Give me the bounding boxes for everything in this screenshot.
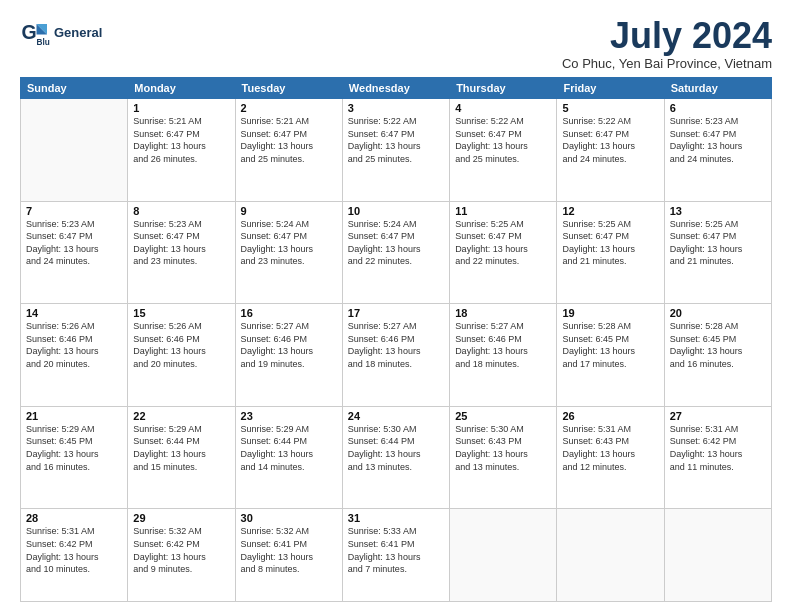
calendar-cell (557, 509, 664, 602)
day-info: Sunrise: 5:25 AM Sunset: 6:47 PM Dayligh… (455, 218, 551, 268)
calendar-cell: 21Sunrise: 5:29 AM Sunset: 6:45 PM Dayli… (21, 406, 128, 509)
calendar-cell: 23Sunrise: 5:29 AM Sunset: 6:44 PM Dayli… (235, 406, 342, 509)
day-number: 24 (348, 410, 444, 422)
calendar-cell: 31Sunrise: 5:33 AM Sunset: 6:41 PM Dayli… (342, 509, 449, 602)
day-number: 29 (133, 512, 229, 524)
calendar-cell: 28Sunrise: 5:31 AM Sunset: 6:42 PM Dayli… (21, 509, 128, 602)
day-number: 2 (241, 102, 337, 114)
calendar-cell: 2Sunrise: 5:21 AM Sunset: 6:47 PM Daylig… (235, 99, 342, 202)
day-info: Sunrise: 5:24 AM Sunset: 6:47 PM Dayligh… (348, 218, 444, 268)
day-number: 10 (348, 205, 444, 217)
day-info: Sunrise: 5:23 AM Sunset: 6:47 PM Dayligh… (26, 218, 122, 268)
title-block: July 2024 Co Phuc, Yen Bai Province, Vie… (562, 18, 772, 71)
week-row-4: 21Sunrise: 5:29 AM Sunset: 6:45 PM Dayli… (21, 406, 772, 509)
calendar-cell: 16Sunrise: 5:27 AM Sunset: 6:46 PM Dayli… (235, 304, 342, 407)
day-info: Sunrise: 5:30 AM Sunset: 6:43 PM Dayligh… (455, 423, 551, 473)
col-thursday: Thursday (450, 78, 557, 99)
day-info: Sunrise: 5:31 AM Sunset: 6:42 PM Dayligh… (26, 525, 122, 575)
calendar-cell: 29Sunrise: 5:32 AM Sunset: 6:42 PM Dayli… (128, 509, 235, 602)
day-number: 3 (348, 102, 444, 114)
day-number: 31 (348, 512, 444, 524)
calendar-cell: 18Sunrise: 5:27 AM Sunset: 6:46 PM Dayli… (450, 304, 557, 407)
day-info: Sunrise: 5:33 AM Sunset: 6:41 PM Dayligh… (348, 525, 444, 575)
calendar-cell: 22Sunrise: 5:29 AM Sunset: 6:44 PM Dayli… (128, 406, 235, 509)
day-number: 14 (26, 307, 122, 319)
day-info: Sunrise: 5:24 AM Sunset: 6:47 PM Dayligh… (241, 218, 337, 268)
day-number: 5 (562, 102, 658, 114)
logo: G Blue General (20, 18, 102, 48)
calendar-header-row: Sunday Monday Tuesday Wednesday Thursday… (21, 78, 772, 99)
day-info: Sunrise: 5:29 AM Sunset: 6:44 PM Dayligh… (241, 423, 337, 473)
day-number: 4 (455, 102, 551, 114)
calendar-cell: 26Sunrise: 5:31 AM Sunset: 6:43 PM Dayli… (557, 406, 664, 509)
calendar-cell: 10Sunrise: 5:24 AM Sunset: 6:47 PM Dayli… (342, 201, 449, 304)
svg-text:Blue: Blue (37, 38, 51, 47)
location-subtitle: Co Phuc, Yen Bai Province, Vietnam (562, 56, 772, 71)
day-info: Sunrise: 5:29 AM Sunset: 6:44 PM Dayligh… (133, 423, 229, 473)
day-info: Sunrise: 5:31 AM Sunset: 6:42 PM Dayligh… (670, 423, 766, 473)
logo-line1: General (54, 26, 102, 40)
week-row-1: 1Sunrise: 5:21 AM Sunset: 6:47 PM Daylig… (21, 99, 772, 202)
day-number: 9 (241, 205, 337, 217)
day-info: Sunrise: 5:22 AM Sunset: 6:47 PM Dayligh… (455, 115, 551, 165)
calendar-cell: 3Sunrise: 5:22 AM Sunset: 6:47 PM Daylig… (342, 99, 449, 202)
day-number: 28 (26, 512, 122, 524)
day-number: 17 (348, 307, 444, 319)
calendar-table: Sunday Monday Tuesday Wednesday Thursday… (20, 77, 772, 602)
week-row-3: 14Sunrise: 5:26 AM Sunset: 6:46 PM Dayli… (21, 304, 772, 407)
day-number: 25 (455, 410, 551, 422)
day-number: 23 (241, 410, 337, 422)
page: G Blue General July 2024 Co Phuc, Yen Ba… (0, 0, 792, 612)
day-info: Sunrise: 5:22 AM Sunset: 6:47 PM Dayligh… (562, 115, 658, 165)
col-sunday: Sunday (21, 78, 128, 99)
calendar-cell (664, 509, 771, 602)
svg-text:G: G (22, 21, 37, 43)
day-info: Sunrise: 5:28 AM Sunset: 6:45 PM Dayligh… (562, 320, 658, 370)
calendar-cell: 17Sunrise: 5:27 AM Sunset: 6:46 PM Dayli… (342, 304, 449, 407)
day-number: 15 (133, 307, 229, 319)
day-number: 16 (241, 307, 337, 319)
calendar-cell (21, 99, 128, 202)
day-info: Sunrise: 5:27 AM Sunset: 6:46 PM Dayligh… (241, 320, 337, 370)
day-info: Sunrise: 5:29 AM Sunset: 6:45 PM Dayligh… (26, 423, 122, 473)
day-number: 12 (562, 205, 658, 217)
calendar-cell: 19Sunrise: 5:28 AM Sunset: 6:45 PM Dayli… (557, 304, 664, 407)
calendar-cell: 12Sunrise: 5:25 AM Sunset: 6:47 PM Dayli… (557, 201, 664, 304)
logo-icon: G Blue (20, 18, 50, 48)
calendar-cell: 14Sunrise: 5:26 AM Sunset: 6:46 PM Dayli… (21, 304, 128, 407)
day-number: 26 (562, 410, 658, 422)
calendar-cell: 27Sunrise: 5:31 AM Sunset: 6:42 PM Dayli… (664, 406, 771, 509)
month-title: July 2024 (562, 18, 772, 54)
day-number: 11 (455, 205, 551, 217)
day-number: 18 (455, 307, 551, 319)
day-number: 13 (670, 205, 766, 217)
day-info: Sunrise: 5:30 AM Sunset: 6:44 PM Dayligh… (348, 423, 444, 473)
day-info: Sunrise: 5:21 AM Sunset: 6:47 PM Dayligh… (241, 115, 337, 165)
day-info: Sunrise: 5:23 AM Sunset: 6:47 PM Dayligh… (670, 115, 766, 165)
col-monday: Monday (128, 78, 235, 99)
day-number: 6 (670, 102, 766, 114)
day-number: 1 (133, 102, 229, 114)
day-info: Sunrise: 5:21 AM Sunset: 6:47 PM Dayligh… (133, 115, 229, 165)
col-friday: Friday (557, 78, 664, 99)
calendar-cell: 6Sunrise: 5:23 AM Sunset: 6:47 PM Daylig… (664, 99, 771, 202)
day-number: 30 (241, 512, 337, 524)
day-info: Sunrise: 5:22 AM Sunset: 6:47 PM Dayligh… (348, 115, 444, 165)
col-wednesday: Wednesday (342, 78, 449, 99)
calendar-cell: 4Sunrise: 5:22 AM Sunset: 6:47 PM Daylig… (450, 99, 557, 202)
day-info: Sunrise: 5:25 AM Sunset: 6:47 PM Dayligh… (670, 218, 766, 268)
day-info: Sunrise: 5:32 AM Sunset: 6:42 PM Dayligh… (133, 525, 229, 575)
calendar-cell: 24Sunrise: 5:30 AM Sunset: 6:44 PM Dayli… (342, 406, 449, 509)
calendar-cell: 30Sunrise: 5:32 AM Sunset: 6:41 PM Dayli… (235, 509, 342, 602)
day-info: Sunrise: 5:27 AM Sunset: 6:46 PM Dayligh… (348, 320, 444, 370)
day-number: 22 (133, 410, 229, 422)
calendar-cell: 8Sunrise: 5:23 AM Sunset: 6:47 PM Daylig… (128, 201, 235, 304)
day-info: Sunrise: 5:23 AM Sunset: 6:47 PM Dayligh… (133, 218, 229, 268)
calendar-cell: 20Sunrise: 5:28 AM Sunset: 6:45 PM Dayli… (664, 304, 771, 407)
day-number: 20 (670, 307, 766, 319)
calendar-cell: 9Sunrise: 5:24 AM Sunset: 6:47 PM Daylig… (235, 201, 342, 304)
header: G Blue General July 2024 Co Phuc, Yen Ba… (20, 18, 772, 71)
week-row-5: 28Sunrise: 5:31 AM Sunset: 6:42 PM Dayli… (21, 509, 772, 602)
day-info: Sunrise: 5:32 AM Sunset: 6:41 PM Dayligh… (241, 525, 337, 575)
day-info: Sunrise: 5:26 AM Sunset: 6:46 PM Dayligh… (133, 320, 229, 370)
